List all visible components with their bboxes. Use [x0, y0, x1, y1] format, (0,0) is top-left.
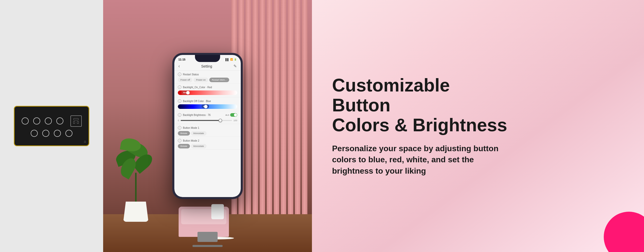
info-icon-1: i [178, 73, 181, 76]
backlight-brightness-label: i Backlight Brightness · 76 ALS [178, 113, 237, 117]
restart-status-buttons: Power-off Power-on Restart Mem... [178, 78, 237, 82]
battery-icon: 🔋 [234, 58, 237, 61]
phone-notch [195, 55, 220, 62]
restart-status-label: i Restart Status [178, 73, 237, 76]
restart-status-text: Restart Status [183, 73, 199, 76]
edit-button[interactable]: ✎ [233, 64, 237, 69]
switch-row-2 [31, 130, 72, 137]
restart-status-section: i Restart Status Power-off Power-on Rest… [174, 71, 241, 83]
bistate-button-1[interactable]: Bistate [178, 131, 190, 136]
switch-button-1[interactable] [22, 117, 29, 124]
info-icon-6: i [178, 139, 181, 142]
button-mode-2-text: Button Mode 2 [183, 139, 199, 142]
als-label: ALS [225, 114, 229, 116]
brightness-slider-row: 0 100 [178, 118, 237, 123]
monostate-button-2[interactable]: Monostate [191, 144, 207, 148]
plant-pot [123, 202, 148, 222]
backlight-off-label: i Backlight Off Color · Blue [178, 99, 237, 103]
button-mode-1-label: i Button Mode 1 [178, 126, 237, 130]
brightness-min: 0 [178, 119, 179, 122]
button-mode-1-section: i Button Mode 1 Bistate Monostate [174, 124, 241, 137]
switch-button-6[interactable] [42, 130, 49, 137]
plant [113, 134, 158, 222]
color-thumb-on[interactable] [186, 91, 190, 94]
backlight-off-color-track[interactable]: Blue [178, 104, 237, 109]
left-panel: ⌂ [0, 0, 103, 252]
app-title: Setting [180, 64, 233, 68]
home-icon: ⌂ [84, 139, 86, 143]
time-label: 11:15 [178, 58, 185, 61]
backlight-on-color-section: i Backlight_On_Color · Red Red [174, 83, 241, 97]
toggle-knob [234, 113, 237, 116]
brightness-track[interactable] [181, 120, 232, 121]
switch-button-5[interactable] [31, 130, 38, 137]
wifi-icon: 📶 [230, 58, 233, 61]
main-heading: Customizable Button Colors & Brightness [332, 75, 508, 135]
heading-line-1: Customizable Button [332, 75, 450, 115]
right-panel: Customizable Button Colors & Brightness … [312, 0, 644, 252]
button-mode-2-label: i Button Mode 2 [178, 139, 237, 142]
backlight-on-label: i Backlight_On_Color · Red [178, 85, 237, 89]
restart-mem-button[interactable]: Restart Mem... [209, 78, 229, 82]
switch-button-8[interactable] [65, 130, 72, 137]
brightness-thumb[interactable] [219, 119, 222, 122]
switch-device: ⌂ [14, 106, 89, 146]
phone-stand [197, 232, 218, 242]
backlight-off-text: Backlight Off Color · Blue [183, 100, 211, 103]
info-icon-3: i [178, 99, 181, 103]
switch-socket [70, 115, 82, 127]
button-mode-1-buttons: Bistate Monostate [178, 131, 237, 136]
info-icon-2: i [178, 85, 181, 89]
socket-pin-top [73, 118, 78, 120]
als-toggle[interactable] [230, 113, 237, 117]
backlight-brightness-section: i Backlight Brightness · 76 ALS 0 [174, 111, 241, 124]
socket-pin-left [73, 121, 75, 124]
als-group: ALS [225, 113, 237, 117]
button-mode-2-buttons: Bistate Monostate [178, 144, 237, 148]
middle-panel: 11:15 ▌▌ 📶 🔋 ‹ Setting ✎ i Restart Statu… [103, 0, 312, 252]
phone-screen: 11:15 ▌▌ 📶 🔋 ‹ Setting ✎ i Restart Statu… [174, 55, 241, 197]
app-header: ‹ Setting ✎ [174, 62, 241, 71]
button-mode-2-section: i Button Mode 2 Bistate Monostate [174, 137, 241, 150]
switch-button-4[interactable] [56, 117, 63, 124]
backlight-on-text: Backlight_On_Color · Red [183, 86, 212, 89]
monostate-button-1[interactable]: Monostate [191, 131, 207, 136]
button-mode-1-text: Button Mode 1 [183, 127, 199, 129]
backlight-brightness-text: Backlight Brightness · 76 [183, 114, 211, 116]
backlight-on-color-track[interactable]: Red [178, 90, 237, 95]
power-on-button[interactable]: Power-on [193, 78, 208, 82]
color-thumb-off[interactable] [204, 105, 208, 108]
switch-button-3[interactable] [45, 117, 52, 124]
bistate-button-2[interactable]: Bistate [178, 144, 190, 148]
switch-button-7[interactable] [54, 130, 61, 137]
status-icons: ▌▌ 📶 🔋 [226, 58, 237, 61]
decorative-blob [604, 212, 644, 252]
sofa-pillow [211, 204, 224, 219]
socket-pin-right [77, 121, 79, 124]
socket-pins-bottom [73, 121, 79, 124]
heading-line-2: Colors & Brightness [332, 115, 507, 135]
info-icon-4: i [178, 113, 181, 117]
signal-icon: ▌▌ [226, 58, 229, 61]
brightness-fill [181, 120, 220, 121]
backlight-off-color-section: i Backlight Off Color · Blue Blue [174, 97, 241, 111]
phone-stand-base [192, 245, 223, 247]
sub-heading: Personalize your space by adjusting butt… [332, 143, 503, 177]
plant-leaves [116, 136, 156, 192]
info-icon-5: i [178, 126, 181, 130]
power-off-button[interactable]: Power-off [178, 78, 192, 82]
phone-mockup: 11:15 ▌▌ 📶 🔋 ‹ Setting ✎ i Restart Statu… [172, 53, 243, 199]
switch-button-2[interactable] [33, 117, 40, 124]
brightness-max: 100 [233, 119, 237, 122]
switch-row-1 [22, 115, 82, 127]
